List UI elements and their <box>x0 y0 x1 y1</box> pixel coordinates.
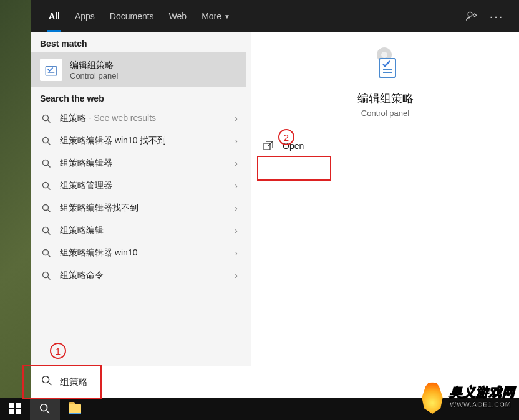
search-icon <box>40 269 52 282</box>
web-result-item[interactable]: 组策略编辑器找不到 › <box>31 197 246 219</box>
web-result-item[interactable]: 组策略编辑器 win10 › <box>31 242 246 264</box>
svg-point-12 <box>381 52 387 58</box>
flame-icon <box>419 378 446 414</box>
svg-point-10 <box>42 272 48 277</box>
search-icon <box>40 179 52 192</box>
svg-point-8 <box>42 227 48 232</box>
search-icon <box>40 157 52 169</box>
annotation-circle-1: 1 <box>50 343 66 359</box>
folder-icon <box>69 404 81 414</box>
web-result-item[interactable]: 组策略管理器 › <box>31 174 246 197</box>
preview-pane: 编辑组策略 Control panel Open <box>251 32 519 366</box>
svg-point-5 <box>42 160 48 165</box>
chevron-right-icon: › <box>235 226 238 236</box>
feedback-icon[interactable] <box>459 10 484 22</box>
web-result-label: 组策略管理器 <box>60 180 227 191</box>
svg-point-9 <box>42 249 48 255</box>
best-match-subtitle: Control panel <box>70 71 118 80</box>
tab-more-label: More <box>201 11 221 21</box>
web-result-label: 组策略编辑器 win10 找不到 <box>60 135 227 146</box>
svg-rect-15 <box>383 72 392 73</box>
annotation-box-2 <box>257 156 331 181</box>
search-icon <box>40 135 52 147</box>
chevron-right-icon: › <box>235 181 238 191</box>
svg-point-6 <box>42 182 48 188</box>
web-result-item[interactable]: 组策略编辑器 › <box>31 152 246 174</box>
search-panel: All Apps Documents Web More ▼ ··· Best m… <box>31 0 519 398</box>
svg-point-7 <box>42 204 48 210</box>
svg-rect-2 <box>48 72 55 73</box>
search-icon <box>40 112 52 125</box>
chevron-right-icon: › <box>235 158 238 168</box>
preview-icon <box>366 44 405 84</box>
best-match-text: 编辑组策略 Control panel <box>70 60 118 80</box>
tab-documents[interactable]: Documents <box>102 0 162 32</box>
svg-point-0 <box>468 12 472 16</box>
chevron-right-icon: › <box>235 136 238 146</box>
chevron-down-icon: ▼ <box>224 13 230 20</box>
web-result-label: 组策略编辑器 win10 <box>60 247 227 259</box>
best-match-title: 编辑组策略 <box>70 60 118 71</box>
chevron-right-icon: › <box>235 248 238 258</box>
watermark: 奥义游戏网 WWW.AOE1.COM <box>419 378 515 414</box>
more-options-icon[interactable]: ··· <box>484 9 509 24</box>
web-result-item[interactable]: 组策略命令 › <box>31 264 246 287</box>
section-search-web: Search the web <box>31 87 246 107</box>
svg-point-18 <box>41 404 47 411</box>
web-result-label: 组策略命令 <box>60 270 227 281</box>
tab-all[interactable]: All <box>41 0 67 32</box>
svg-rect-13 <box>379 59 395 77</box>
annotation-box-1 <box>22 365 102 399</box>
results-left-column: Best match 编辑组策略 Control panel Search th… <box>31 32 246 366</box>
web-result-label: 组策略编辑 <box>60 225 227 236</box>
control-panel-icon <box>40 59 62 81</box>
start-button[interactable] <box>0 398 30 420</box>
best-match-item[interactable]: 编辑组策略 Control panel <box>31 52 246 87</box>
windows-icon <box>9 403 21 414</box>
taskbar-search-button[interactable] <box>30 398 60 420</box>
watermark-url: WWW.AOE1.COM <box>450 401 515 408</box>
web-result-label: 组策略编辑器 <box>60 158 227 169</box>
taskbar-explorer-button[interactable] <box>60 398 90 420</box>
search-icon <box>40 247 52 259</box>
web-result-item[interactable]: 组策略 - See web results › <box>31 107 246 130</box>
open-icon <box>263 140 274 151</box>
chevron-right-icon: › <box>235 203 238 213</box>
svg-point-3 <box>42 115 48 120</box>
svg-rect-1 <box>46 67 57 75</box>
web-result-item[interactable]: 组策略编辑器 win10 找不到 › <box>31 130 246 152</box>
section-best-match: Best match <box>31 32 246 52</box>
search-icon <box>40 224 52 237</box>
annotation-circle-2: 2 <box>278 129 294 145</box>
web-result-label: 组策略 - See web results <box>60 113 227 124</box>
tab-web[interactable]: Web <box>162 0 195 32</box>
search-tabs: All Apps Documents Web More ▼ ··· <box>31 0 519 32</box>
chevron-right-icon: › <box>235 113 238 123</box>
preview-subtitle: Control panel <box>361 108 409 118</box>
search-icon <box>40 202 52 214</box>
results-area: Best match 编辑组策略 Control panel Search th… <box>31 32 519 366</box>
watermark-title: 奥义游戏网 <box>450 384 515 401</box>
tab-apps[interactable]: Apps <box>67 0 102 32</box>
svg-rect-14 <box>383 69 392 70</box>
svg-point-4 <box>42 137 48 143</box>
tab-more[interactable]: More ▼ <box>194 0 238 32</box>
preview-title: 编辑组策略 <box>357 91 414 106</box>
web-result-item[interactable]: 组策略编辑 › <box>31 219 246 242</box>
svg-rect-16 <box>264 143 270 150</box>
chevron-right-icon: › <box>235 270 238 280</box>
web-result-label: 组策略编辑器找不到 <box>60 203 227 214</box>
